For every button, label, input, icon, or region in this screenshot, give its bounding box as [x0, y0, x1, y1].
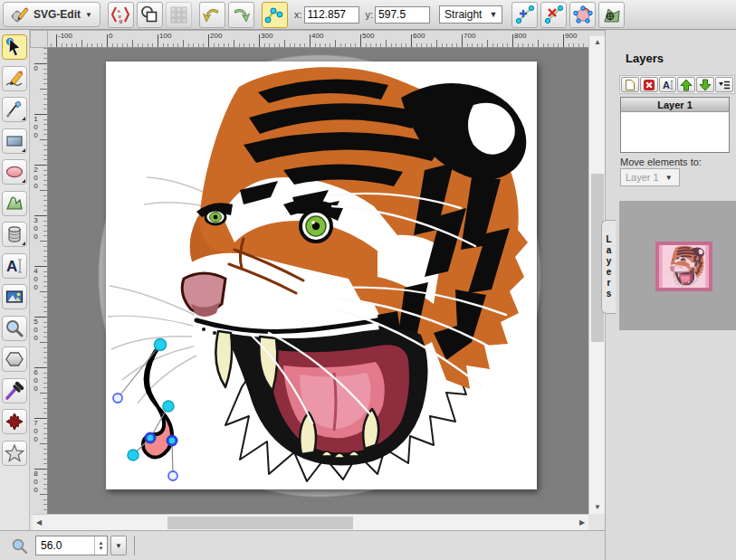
open-path-icon: [573, 5, 593, 24]
ruler-label: 400: [311, 32, 323, 40]
zoom-spinner[interactable]: ▲▼: [94, 536, 107, 555]
chevron-down-icon: ▼: [115, 542, 122, 550]
workarea[interactable]: [48, 48, 588, 514]
tool-zoom[interactable]: [2, 316, 27, 341]
path-node-selected[interactable]: [163, 401, 174, 412]
ruler-label: 100: [159, 32, 171, 40]
svg-source-icon: s v g: [110, 5, 130, 24]
layers-panel: Layers A: [605, 30, 736, 560]
eyedropper-icon: [5, 381, 24, 401]
layer-buttons-bar: A: [619, 75, 735, 94]
zoom-value: 56.0: [36, 539, 94, 552]
segment-type-select[interactable]: Straight ▼: [439, 5, 502, 24]
grid-button[interactable]: [166, 2, 192, 28]
undo-icon: [202, 5, 222, 24]
target-shape-icon: [602, 5, 622, 24]
menu-icon: [718, 79, 731, 91]
path-node[interactable]: [146, 433, 155, 442]
tool-path[interactable]: [2, 191, 27, 216]
tool-text[interactable]: A: [2, 253, 27, 279]
ruler-label: 600: [413, 32, 425, 40]
ruler-corner: [30, 30, 48, 48]
delete-layer-icon: [643, 79, 655, 91]
bottom-bar: 56.0 ▲▼ ▼: [0, 530, 605, 560]
ornament-icon: [5, 412, 24, 432]
layer-thumbnail[interactable]: [655, 242, 712, 291]
move-layer-up-button[interactable]: [677, 77, 695, 92]
delete-node-icon: [544, 5, 564, 24]
tool-ellipse[interactable]: [2, 159, 27, 185]
star-icon: [5, 443, 24, 463]
delete-layer-button[interactable]: [640, 77, 658, 92]
node-link-tool-button[interactable]: [262, 2, 288, 28]
left-tool-palette: A: [0, 30, 30, 530]
node-path-icon: [264, 5, 284, 24]
zoom-preset-dropdown[interactable]: ▼: [110, 536, 127, 555]
add-node-icon: [515, 5, 535, 24]
rename-layer-icon: A: [662, 79, 674, 91]
tool-image[interactable]: [2, 284, 27, 309]
scroll-down-arrow[interactable]: ▼: [589, 501, 606, 514]
redo-button[interactable]: [228, 2, 254, 28]
layers-panel-title: Layers: [626, 52, 664, 65]
hexagon-icon: [5, 349, 24, 369]
horizontal-scroll-thumb[interactable]: [167, 517, 353, 529]
ruler-label: 800: [32, 470, 40, 494]
arrow-down-icon: [699, 79, 712, 91]
tool-rectangle[interactable]: [2, 128, 27, 154]
move-elements-select[interactable]: Layer 1 ▼: [620, 168, 680, 186]
align-target-button[interactable]: [598, 2, 625, 28]
wireframe-button[interactable]: [137, 2, 163, 28]
layers-panel-toggle-tab[interactable]: Layers: [601, 220, 616, 314]
x-input[interactable]: [304, 6, 359, 24]
undo-button[interactable]: [199, 2, 225, 28]
ruler-label: 400: [32, 267, 40, 291]
add-node-button[interactable]: [511, 2, 538, 28]
ruler-label: 500: [32, 318, 40, 342]
main-menu-button[interactable]: SVG-Edit ▼: [3, 2, 100, 27]
canvas-svg[interactable]: [106, 62, 537, 489]
control-point-handle[interactable]: [113, 394, 122, 403]
scroll-left-arrow[interactable]: ◀: [33, 515, 45, 531]
submenu-indicator: [22, 179, 25, 183]
path-node-selected[interactable]: [128, 450, 139, 460]
path-node[interactable]: [167, 436, 177, 445]
chevron-down-icon: ▼: [85, 11, 92, 19]
image-icon: [5, 287, 24, 307]
tool-ornament[interactable]: [2, 409, 27, 434]
tool-pencil[interactable]: [2, 66, 27, 91]
tool-shape-library[interactable]: [2, 222, 27, 247]
layer-menu-button[interactable]: [715, 77, 733, 92]
new-layer-icon: [624, 79, 636, 91]
move-layer-down-button[interactable]: [696, 77, 714, 92]
tool-star[interactable]: [2, 441, 27, 466]
delete-node-button[interactable]: [540, 2, 567, 28]
zoom-input[interactable]: 56.0 ▲▼: [35, 536, 108, 555]
rename-layer-button[interactable]: A: [659, 77, 677, 92]
path-node-selected[interactable]: [155, 339, 167, 351]
svg-canvas[interactable]: [106, 62, 537, 489]
ruler-label: 500: [362, 32, 374, 40]
tool-eyedropper[interactable]: [2, 378, 27, 403]
tool-select[interactable]: [2, 34, 27, 60]
top-toolbar: SVG-Edit ▼ s v g: [0, 0, 736, 30]
chevron-down-icon: ▼: [665, 174, 673, 182]
source-editor-button[interactable]: s v g: [108, 2, 134, 28]
left-ruler: 0100200300400500600700800900: [30, 48, 48, 514]
scroll-up-arrow[interactable]: ▲: [589, 36, 606, 49]
svg-text:A: A: [663, 80, 670, 90]
tool-line[interactable]: [2, 97, 27, 122]
layer-row-selected[interactable]: Layer 1: [621, 98, 729, 112]
svg-text:A: A: [6, 258, 17, 275]
scroll-right-arrow[interactable]: ▶: [576, 515, 588, 531]
control-point-handle[interactable]: [168, 471, 177, 480]
ruler-label: 0: [109, 32, 112, 40]
horizontal-scrollbar[interactable]: ◀ ▶: [33, 514, 588, 530]
svg-edit-logo-icon: [11, 5, 29, 24]
new-layer-button[interactable]: [621, 77, 639, 92]
tool-polygon[interactable]: [2, 346, 27, 372]
open-path-button[interactable]: [569, 2, 596, 28]
chevron-down-icon: ▼: [489, 10, 497, 19]
y-input[interactable]: [375, 6, 430, 24]
ruler-label: 700: [464, 32, 475, 40]
